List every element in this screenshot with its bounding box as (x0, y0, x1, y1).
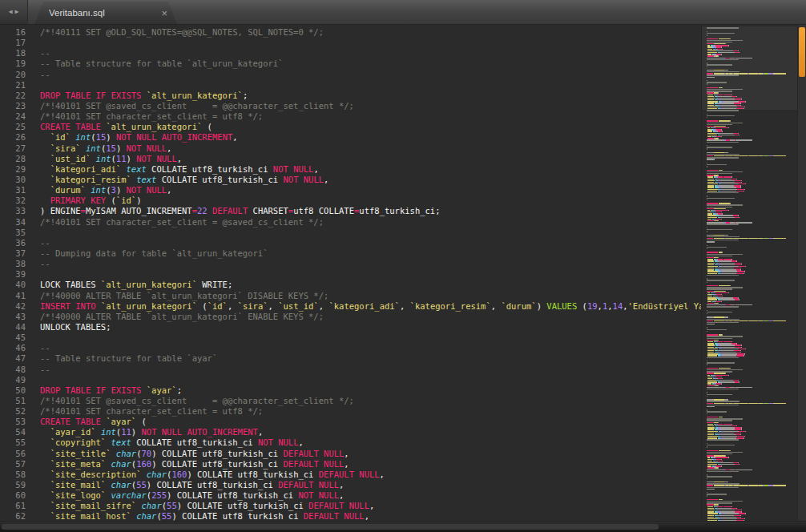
code-line[interactable]: 44UNLOCK TABLES; (0, 322, 701, 332)
tab-close-icon[interactable]: × (161, 7, 167, 19)
line-number[interactable]: 56 (0, 449, 26, 459)
code-line[interactable]: 59 `site_mail` char(55) COLLATE utf8_tur… (0, 480, 701, 490)
line-number[interactable]: 52 (0, 406, 26, 417)
line-number[interactable]: 38 (0, 259, 26, 269)
code-line[interactable]: 41/*!40000 ALTER TABLE `alt_urun_kategor… (0, 291, 701, 301)
code-line[interactable]: 37-- Dumping data for table `alt_urun_ka… (0, 248, 701, 259)
code-line[interactable]: 19-- Table structure for table `alt_urun… (0, 58, 701, 69)
code-line[interactable]: 55 `copyright` text COLLATE utf8_turkish… (0, 437, 701, 448)
line-number[interactable]: 49 (0, 375, 26, 385)
code-line[interactable]: 27 `sira` int(15) NOT NULL, (0, 143, 701, 154)
code-line[interactable]: 20-- (0, 70, 701, 80)
code-line[interactable]: 54 `ayar_id` int(11) NOT NULL AUTO_INCRE… (0, 427, 701, 437)
line-number[interactable]: 33 (0, 206, 26, 216)
line-number[interactable]: 19 (0, 58, 26, 69)
line-number[interactable]: 42 (0, 301, 26, 312)
code-line[interactable]: 21 (0, 80, 701, 91)
line-number[interactable]: 54 (0, 427, 26, 437)
line-number[interactable]: 29 (0, 164, 26, 175)
code-line[interactable]: 57 `site_meta` char(160) COLLATE utf8_tu… (0, 459, 701, 470)
line-number[interactable]: 21 (0, 80, 26, 91)
line-number[interactable]: 31 (0, 185, 26, 195)
code-line[interactable]: 56 `site_title` char(70) COLLATE utf8_tu… (0, 449, 701, 459)
line-number[interactable]: 24 (0, 111, 26, 122)
line-number[interactable]: 25 (0, 122, 26, 132)
code-line[interactable]: 32 PRIMARY KEY (`id`) (0, 195, 701, 206)
line-number[interactable]: 53 (0, 417, 26, 427)
line-number[interactable]: 44 (0, 322, 26, 332)
line-number[interactable]: 45 (0, 332, 26, 343)
line-number[interactable]: 57 (0, 459, 26, 470)
code-line[interactable]: 53CREATE TABLE `ayar` ( (0, 417, 701, 427)
line-number[interactable]: 28 (0, 154, 26, 164)
line-number[interactable]: 36 (0, 238, 26, 248)
code-line[interactable]: 16/*!40111 SET @OLD_SQL_NOTES=@@SQL_NOTE… (0, 27, 701, 38)
line-number[interactable]: 40 (0, 280, 26, 290)
tab-scroll-right-icon[interactable]: ▶ (15, 9, 19, 15)
line-number[interactable]: 34 (0, 217, 26, 228)
tab-veritabani-sql[interactable]: Veritabanı.sql × (34, 2, 177, 24)
code-line[interactable]: 52/*!40101 SET character_set_client = ut… (0, 406, 701, 417)
code-line[interactable]: 45 (0, 332, 701, 343)
code-line[interactable]: 22DROP TABLE IF EXISTS `alt_urun_kategor… (0, 91, 701, 101)
code-line[interactable]: 18-- (0, 48, 701, 58)
line-number[interactable]: 39 (0, 269, 26, 280)
code-line[interactable]: 46-- (0, 343, 701, 353)
code-line[interactable]: 61 `site_mail_sifre` char(55) COLLATE ut… (0, 501, 701, 511)
tab-scroll-left-icon[interactable]: ◀ (9, 9, 13, 15)
line-number[interactable]: 47 (0, 353, 26, 364)
horizontal-scrollbar[interactable] (0, 521, 806, 532)
line-number[interactable]: 27 (0, 143, 26, 154)
code-line[interactable]: 39 (0, 269, 701, 280)
line-number[interactable]: 20 (0, 70, 26, 80)
code-line[interactable]: 17 (0, 38, 701, 48)
code-line[interactable]: 51/*!40101 SET @saved_cs_client = @@char… (0, 396, 701, 406)
code-line[interactable]: 50DROP TABLE IF EXISTS `ayar`; (0, 385, 701, 396)
line-number[interactable]: 60 (0, 490, 26, 501)
code-line[interactable]: 23/*!40101 SET @saved_cs_client = @@char… (0, 101, 701, 111)
code-line[interactable]: 58 `site_description` char(160) COLLATE … (0, 470, 701, 480)
code-editor[interactable]: 16/*!40111 SET @OLD_SQL_NOTES=@@SQL_NOTE… (0, 25, 701, 522)
horizontal-scrollbar-thumb[interactable] (2, 524, 659, 530)
line-number[interactable]: 23 (0, 101, 26, 111)
code-line[interactable]: 26 `id` int(15) NOT NULL AUTO_INCREMENT, (0, 132, 701, 143)
line-number[interactable]: 43 (0, 312, 26, 322)
line-number[interactable]: 59 (0, 480, 26, 490)
line-number[interactable]: 55 (0, 437, 26, 448)
line-number[interactable]: 51 (0, 396, 26, 406)
code-line[interactable]: 42INSERT INTO `alt_urun_kategori` (`id`,… (0, 301, 701, 312)
code-line[interactable]: 28 `ust_id` int(11) NOT NULL, (0, 154, 701, 164)
code-line[interactable]: 49 (0, 375, 701, 385)
line-number[interactable]: 41 (0, 291, 26, 301)
minimap[interactable] (701, 25, 798, 522)
line-number[interactable]: 22 (0, 91, 26, 101)
line-number[interactable]: 61 (0, 501, 26, 511)
code-line[interactable]: 33) ENGINE=MyISAM AUTO_INCREMENT=22 DEFA… (0, 206, 701, 216)
line-number[interactable]: 50 (0, 385, 26, 396)
code-line[interactable]: 25CREATE TABLE `alt_urun_kategori` ( (0, 122, 701, 132)
line-number[interactable]: 35 (0, 228, 26, 238)
code-line[interactable]: 35 (0, 228, 701, 238)
code-line[interactable]: 30 `kategori_resim` text COLLATE utf8_tu… (0, 175, 701, 185)
code-line[interactable]: 48-- (0, 365, 701, 375)
line-number[interactable]: 46 (0, 343, 26, 353)
vertical-scrollbar[interactable] (797, 25, 806, 522)
code-line[interactable]: 40LOCK TABLES `alt_urun_kategori` WRITE; (0, 280, 701, 290)
line-number[interactable]: 37 (0, 248, 26, 259)
code-line[interactable]: 31 `durum` int(3) NOT NULL, (0, 185, 701, 195)
code-line[interactable]: 38-- (0, 259, 701, 269)
code-line[interactable]: 29 `kategori_adi` text COLLATE utf8_turk… (0, 164, 701, 175)
code-line[interactable]: 34/*!40101 SET character_set_client = @s… (0, 217, 701, 228)
line-number[interactable]: 32 (0, 195, 26, 206)
line-number[interactable]: 17 (0, 38, 26, 48)
line-number[interactable]: 48 (0, 365, 26, 375)
vertical-scrollbar-thumb[interactable] (799, 27, 805, 77)
code-line[interactable]: 43/*!40000 ALTER TABLE `alt_urun_kategor… (0, 312, 701, 322)
line-number[interactable]: 26 (0, 132, 26, 143)
line-number[interactable]: 18 (0, 48, 26, 58)
code-line[interactable]: 24/*!40101 SET character_set_client = ut… (0, 111, 701, 122)
line-number[interactable]: 16 (0, 27, 26, 38)
code-line[interactable]: 47-- Table structure for table `ayar` (0, 353, 701, 364)
code-line[interactable]: 36-- (0, 238, 701, 248)
code-line[interactable]: 60 `site_logo` varchar(255) COLLATE utf8… (0, 490, 701, 501)
